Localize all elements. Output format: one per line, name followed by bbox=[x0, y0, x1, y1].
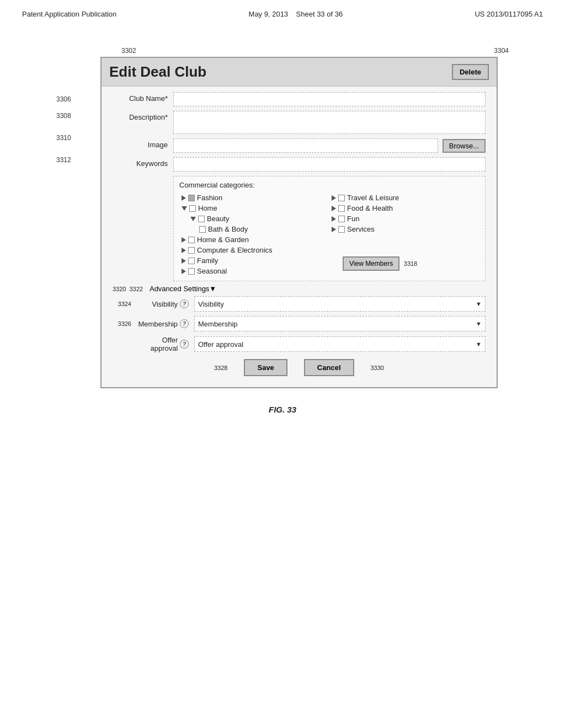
header-left: Patent Application Publication bbox=[22, 10, 116, 18]
description-row: Description* bbox=[113, 111, 486, 134]
ref-3312: 3312 bbox=[56, 156, 71, 164]
checkbox-family[interactable] bbox=[188, 258, 195, 264]
beauty-label: Beauty bbox=[207, 215, 229, 223]
club-name-label: Club Name* bbox=[113, 92, 173, 103]
dialog: Edit Deal Club Delete Club Name* Descrip… bbox=[100, 57, 498, 388]
fig-caption: FIG. 33 bbox=[269, 405, 296, 414]
membership-value: Membership bbox=[198, 320, 238, 328]
expand-seasonal-icon bbox=[182, 269, 186, 274]
expand-food-icon bbox=[332, 206, 336, 211]
patent-header: Patent Application Publication May 9, 20… bbox=[0, 0, 565, 24]
category-home[interactable]: Home bbox=[182, 203, 327, 213]
home-label: Home bbox=[198, 204, 217, 212]
categories-section: Commercial categories: Fashion bbox=[173, 176, 486, 281]
club-name-input[interactable] bbox=[173, 92, 486, 106]
expand-home-icon bbox=[182, 206, 187, 211]
expand-family-icon bbox=[182, 258, 186, 264]
delete-button[interactable]: Delete bbox=[452, 64, 489, 80]
checkbox-food[interactable] bbox=[338, 205, 345, 212]
main-content: 3302 3304 3306 3308 3310 3312 Edit Deal … bbox=[0, 24, 565, 414]
category-home-garden[interactable]: Home & Garden bbox=[182, 234, 327, 245]
categories-left: Fashion Home bbox=[179, 192, 329, 276]
checkbox-fun[interactable] bbox=[338, 216, 345, 222]
categories-right: Travel & Leisure Food & Health bbox=[329, 192, 479, 276]
category-food-health[interactable]: Food & Health bbox=[332, 203, 477, 213]
checkbox-home[interactable] bbox=[189, 205, 196, 212]
save-button[interactable]: Save bbox=[244, 359, 287, 376]
cancel-button[interactable]: Cancel bbox=[304, 359, 354, 376]
visibility-label-area: Visibility ? bbox=[134, 299, 194, 308]
header-right: US 2013/0117095 A1 bbox=[475, 10, 543, 18]
visibility-value: Visibility bbox=[198, 300, 224, 308]
header-center: May 9, 2013 Sheet 33 of 36 bbox=[249, 10, 343, 18]
category-family[interactable]: Family bbox=[182, 255, 327, 266]
categories-grid: Fashion Home bbox=[179, 192, 479, 276]
offer-approval-dropdown[interactable]: Offer approval ▼ bbox=[194, 336, 486, 352]
services-label: Services bbox=[347, 225, 375, 233]
visibility-label: Visibility bbox=[152, 300, 178, 308]
ref-3324: 3324 bbox=[113, 301, 131, 307]
category-computer-electronics[interactable]: Computer & Electronics bbox=[182, 245, 327, 255]
dialog-title-bar: Edit Deal Club Delete bbox=[102, 58, 497, 87]
ref-3304: 3304 bbox=[494, 47, 509, 55]
bath-body-label: Bath & Body bbox=[208, 225, 248, 233]
keywords-label: Keywords bbox=[113, 157, 173, 168]
ref-3322: 3322 bbox=[129, 286, 142, 292]
offer-approval-arrow-icon: ▼ bbox=[476, 341, 482, 347]
expand-fun-icon bbox=[332, 216, 336, 222]
visibility-dropdown[interactable]: Visibility ▼ bbox=[194, 296, 486, 312]
checkbox-seasonal[interactable] bbox=[188, 268, 195, 275]
visibility-row: 3324 Visibility ? Visibility ▼ bbox=[113, 296, 486, 312]
dialog-title: Edit Deal Club bbox=[109, 63, 206, 81]
category-services[interactable]: Services bbox=[332, 224, 477, 234]
category-bath-body[interactable]: Bath & Body bbox=[182, 224, 327, 234]
family-label: Family bbox=[197, 256, 218, 265]
checkbox-beauty[interactable] bbox=[198, 216, 205, 222]
checkbox-fashion[interactable] bbox=[188, 195, 195, 201]
visibility-arrow-icon: ▼ bbox=[476, 301, 482, 307]
home-garden-label: Home & Garden bbox=[197, 235, 249, 244]
expand-fashion-icon bbox=[182, 195, 186, 201]
image-row: Image Browse... bbox=[113, 138, 486, 153]
categories-title: Commercial categories: bbox=[179, 181, 479, 189]
computer-label: Computer & Electronics bbox=[197, 246, 273, 254]
checkbox-services[interactable] bbox=[338, 226, 345, 233]
offer-approval-help-icon: ? bbox=[180, 340, 189, 349]
ref-3302: 3302 bbox=[121, 47, 136, 55]
offer-approval-value: Offer approval bbox=[198, 340, 243, 349]
image-path-input[interactable] bbox=[173, 138, 438, 153]
membership-label-area: Membership ? bbox=[134, 319, 194, 328]
visibility-help-icon: ? bbox=[180, 299, 189, 308]
offer-approval-label-area: Offer approval ? bbox=[134, 336, 194, 352]
expand-services-icon bbox=[332, 227, 336, 232]
membership-help-icon: ? bbox=[180, 319, 189, 328]
travel-label: Travel & Leisure bbox=[347, 194, 399, 202]
membership-dropdown[interactable]: Membership ▼ bbox=[194, 316, 486, 331]
keywords-input[interactable] bbox=[173, 157, 486, 172]
dialog-body: Club Name* Description* Image Browse... bbox=[102, 87, 497, 387]
advanced-settings-row: 3320 3322 Advanced Settings▼ bbox=[113, 285, 486, 293]
category-seasonal[interactable]: Seasonal bbox=[182, 266, 327, 276]
view-members-area: View Members 3318 bbox=[332, 240, 477, 271]
description-input[interactable] bbox=[173, 111, 486, 134]
image-input-area: Browse... bbox=[173, 138, 486, 153]
checkbox-bath-body[interactable] bbox=[199, 226, 206, 233]
checkbox-home-garden[interactable] bbox=[188, 237, 195, 243]
membership-arrow-icon: ▼ bbox=[476, 320, 482, 327]
view-members-button[interactable]: View Members bbox=[343, 256, 399, 271]
browse-button[interactable]: Browse... bbox=[443, 139, 486, 153]
advanced-settings-button[interactable]: Advanced Settings▼ bbox=[150, 285, 216, 293]
category-travel[interactable]: Travel & Leisure bbox=[332, 192, 477, 203]
ref-3328: 3328 bbox=[214, 365, 227, 371]
checkbox-computer[interactable] bbox=[188, 247, 195, 254]
fun-label: Fun bbox=[347, 215, 359, 223]
expand-home-garden-icon bbox=[182, 237, 186, 243]
offer-approval-label: Offer approval bbox=[134, 336, 178, 352]
category-fashion[interactable]: Fashion bbox=[182, 192, 327, 203]
image-label: Image bbox=[113, 138, 173, 149]
category-beauty[interactable]: Beauty bbox=[182, 213, 327, 224]
category-fun[interactable]: Fun bbox=[332, 213, 477, 224]
expand-beauty-icon bbox=[190, 217, 196, 221]
checkbox-travel[interactable] bbox=[338, 195, 345, 201]
ref-3318: 3318 bbox=[404, 260, 417, 267]
